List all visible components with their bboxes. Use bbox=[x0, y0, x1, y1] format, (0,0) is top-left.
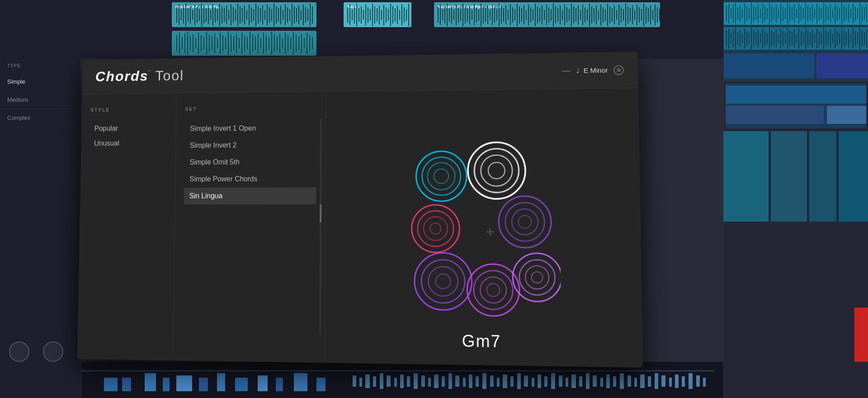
svg-rect-220 bbox=[244, 35, 245, 51]
sidebar-item-simple[interactable]: Simple bbox=[0, 73, 81, 91]
chord-circle-7[interactable] bbox=[513, 253, 561, 302]
set-item-0[interactable]: Simple Invert 1 Open bbox=[185, 119, 317, 137]
svg-rect-344 bbox=[801, 31, 802, 46]
svg-rect-384 bbox=[104, 378, 118, 391]
svg-rect-203 bbox=[198, 33, 199, 54]
chord-circle-1[interactable] bbox=[416, 151, 467, 201]
svg-rect-282 bbox=[805, 3, 806, 24]
svg-rect-271 bbox=[780, 4, 781, 24]
svg-point-461 bbox=[499, 196, 552, 248]
svg-rect-47 bbox=[278, 8, 279, 22]
svg-rect-211 bbox=[220, 33, 221, 54]
svg-rect-398 bbox=[359, 378, 362, 387]
svg-rect-163 bbox=[591, 6, 592, 24]
svg-rect-179 bbox=[627, 6, 628, 24]
set-item-4[interactable]: Sin Lingua bbox=[184, 187, 316, 204]
svg-rect-71 bbox=[361, 6, 362, 24]
svg-rect-426 bbox=[551, 373, 555, 389]
svg-rect-23 bbox=[224, 8, 225, 22]
svg-rect-285 bbox=[812, 5, 813, 23]
svg-rect-357 bbox=[830, 29, 831, 47]
svg-rect-166 bbox=[598, 10, 599, 20]
svg-rect-123 bbox=[501, 6, 502, 24]
svg-rect-175 bbox=[618, 5, 619, 25]
svg-rect-28 bbox=[235, 9, 236, 21]
daw-control-knob-2[interactable] bbox=[43, 341, 63, 362]
svg-rect-323 bbox=[753, 30, 754, 47]
svg-rect-32 bbox=[244, 5, 245, 24]
svg-rect-145 bbox=[551, 9, 552, 21]
svg-rect-262 bbox=[760, 9, 761, 18]
set-item-1[interactable]: Simple Invert 2 bbox=[184, 136, 316, 154]
svg-rect-7 bbox=[188, 8, 189, 22]
svg-rect-248 bbox=[728, 4, 729, 24]
svg-rect-233 bbox=[279, 33, 280, 53]
svg-rect-202 bbox=[195, 38, 196, 48]
svg-rect-205 bbox=[203, 37, 204, 49]
chord-circle-5[interactable] bbox=[415, 253, 472, 310]
svg-rect-303 bbox=[853, 4, 854, 24]
svg-rect-237 bbox=[290, 37, 291, 49]
svg-point-470 bbox=[474, 270, 513, 310]
svg-rect-25 bbox=[228, 10, 229, 20]
svg-rect-95 bbox=[438, 7, 439, 23]
style-item-popular[interactable]: Popular bbox=[90, 121, 167, 136]
svg-rect-103 bbox=[456, 5, 457, 25]
svg-rect-160 bbox=[585, 7, 585, 23]
chord-circle-3[interactable] bbox=[412, 205, 460, 252]
set-item-2[interactable]: Simple Omit 5th bbox=[184, 153, 316, 171]
svg-rect-193 bbox=[659, 9, 660, 21]
minimize-icon[interactable]: — bbox=[562, 66, 571, 75]
svg-rect-245 bbox=[312, 37, 313, 49]
svg-rect-137 bbox=[533, 9, 533, 21]
svg-rect-359 bbox=[835, 28, 835, 48]
svg-rect-176 bbox=[621, 7, 622, 23]
svg-rect-125 bbox=[505, 5, 506, 24]
svg-rect-172 bbox=[612, 8, 613, 22]
svg-rect-92 bbox=[408, 4, 409, 26]
svg-point-452 bbox=[434, 169, 449, 183]
svg-rect-305 bbox=[857, 8, 858, 19]
svg-rect-85 bbox=[392, 6, 393, 24]
chord-circle-6[interactable] bbox=[467, 264, 519, 317]
svg-rect-347 bbox=[807, 30, 808, 47]
svg-rect-278 bbox=[796, 9, 797, 18]
svg-rect-3 bbox=[179, 5, 179, 25]
svg-rect-415 bbox=[476, 376, 479, 387]
svg-rect-55 bbox=[296, 8, 297, 22]
svg-rect-309 bbox=[866, 5, 867, 23]
svg-rect-127 bbox=[510, 5, 511, 25]
sidebar-item-complex[interactable]: Complex bbox=[0, 109, 81, 127]
sidebar-item-medium[interactable]: Medium bbox=[0, 91, 81, 109]
svg-rect-24 bbox=[226, 5, 227, 24]
chord-circle-4[interactable] bbox=[499, 196, 552, 248]
set-scrollbar[interactable] bbox=[319, 118, 322, 335]
svg-rect-132 bbox=[521, 8, 522, 22]
svg-rect-157 bbox=[578, 5, 579, 24]
key-value: E Minor bbox=[584, 66, 608, 74]
svg-rect-43 bbox=[269, 7, 270, 23]
svg-rect-184 bbox=[639, 7, 640, 23]
svg-rect-165 bbox=[596, 5, 597, 24]
chord-circle-2[interactable] bbox=[468, 142, 526, 199]
set-item-3[interactable]: Simple Power Chords bbox=[184, 171, 316, 188]
svg-rect-14 bbox=[203, 6, 204, 24]
svg-rect-372 bbox=[864, 32, 865, 45]
style-item-unusual[interactable]: Unusual bbox=[90, 136, 167, 151]
svg-text:Incid: Incid bbox=[347, 5, 357, 9]
svg-rect-99 bbox=[447, 4, 448, 26]
svg-rect-131 bbox=[519, 6, 520, 24]
svg-rect-216 bbox=[233, 36, 234, 50]
svg-rect-231 bbox=[274, 34, 275, 52]
svg-rect-286 bbox=[814, 9, 815, 18]
svg-rect-266 bbox=[769, 3, 770, 24]
svg-rect-134 bbox=[526, 10, 527, 20]
settings-icon[interactable]: ⚙ bbox=[613, 65, 624, 75]
daw-control-knob-1[interactable] bbox=[9, 341, 29, 362]
svg-rect-110 bbox=[472, 10, 472, 20]
svg-rect-425 bbox=[544, 376, 547, 387]
svg-rect-296 bbox=[837, 6, 838, 21]
svg-rect-5 bbox=[183, 5, 184, 24]
style-label: STYLE bbox=[90, 107, 167, 113]
svg-rect-399 bbox=[365, 374, 370, 388]
